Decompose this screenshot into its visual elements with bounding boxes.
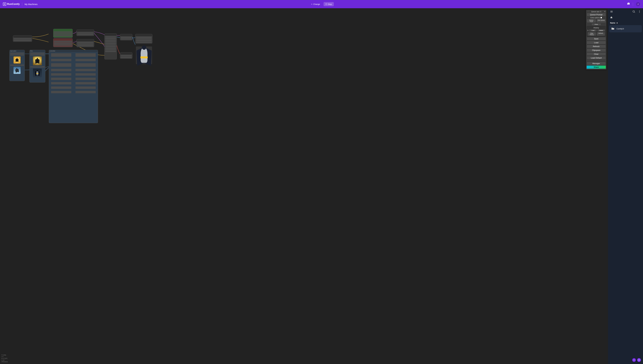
name-column-header[interactable]: Name <box>608 20 643 25</box>
node-title: IPad. <box>30 50 45 52</box>
cn-slot-l3[interactable] <box>51 69 71 71</box>
node-title <box>76 30 94 32</box>
more-icon[interactable] <box>638 10 641 14</box>
history-box: History 0: Load Delete Clear History Ref… <box>587 26 606 36</box>
main-area: Input option IPad. <box>0 8 643 364</box>
svg-point-2 <box>639 12 640 13</box>
cn-slot-l2[interactable] <box>51 63 71 67</box>
node-negative-prompt[interactable] <box>53 38 73 47</box>
graph-canvas[interactable]: Input option IPad. <box>0 8 608 364</box>
refresh-button[interactable]: Refresh <box>587 45 606 48</box>
hud-i: I: 0 <box>2 356 8 358</box>
cn-slot-r5[interactable] <box>76 78 96 80</box>
divider <box>22 2 22 6</box>
file-panel: Name ComfyUI <box>608 8 643 364</box>
history-delete-button[interactable]: Delete <box>597 29 605 32</box>
fab-row <box>632 358 641 362</box>
gear-icon[interactable]: ⚙ <box>604 11 606 12</box>
clear-history-button[interactable]: Clear History <box>588 32 596 36</box>
plus-icon: + <box>311 3 312 5</box>
image-thumb-2[interactable] <box>14 67 20 74</box>
fab-close-button[interactable] <box>637 358 641 362</box>
queue-prompt-button[interactable]: Queue Prompt <box>587 13 606 16</box>
cn-slot-r6[interactable] <box>76 82 96 84</box>
cn-slot-l4[interactable] <box>51 73 71 76</box>
node-empty-latent[interactable] <box>120 52 132 59</box>
cn-slot-r8[interactable] <box>76 91 96 93</box>
node-input-option[interactable]: Input option <box>10 50 25 81</box>
stop-icon <box>326 4 327 5</box>
node-ipad[interactable]: IPad. <box>30 50 45 82</box>
clear-button[interactable]: Clear <box>587 52 606 56</box>
logo-badge: R <box>3 2 6 6</box>
cn-slot-l1[interactable] <box>51 59 71 61</box>
manager-button[interactable]: Manager <box>587 62 606 65</box>
cn-slot-l8[interactable] <box>51 91 71 93</box>
home-button[interactable] <box>608 16 643 20</box>
history-load-button[interactable]: Load <box>589 29 597 32</box>
cn-slot-r3[interactable] <box>76 69 96 71</box>
node-ksampler[interactable] <box>104 34 117 60</box>
hud-t: T: 0.00s <box>2 354 8 356</box>
node-vae-decode[interactable] <box>120 34 132 40</box>
close-button[interactable]: Close <box>592 23 601 26</box>
folder-icon <box>611 27 614 30</box>
node-preview-image[interactable] <box>135 34 152 44</box>
user-avatar[interactable]: J <box>636 2 640 6</box>
node-clip-1[interactable] <box>76 30 94 36</box>
stop-button[interactable]: Stop <box>324 2 334 6</box>
extra-options-label: Extra options <box>590 17 600 18</box>
search-icon[interactable] <box>632 10 635 14</box>
hero-illustration <box>136 45 152 66</box>
node-title <box>54 29 72 31</box>
load-button[interactable]: Load <box>587 41 606 44</box>
fab-refresh-button[interactable] <box>632 358 636 362</box>
brand-name: RunComfy <box>7 3 20 6</box>
node-title <box>13 36 32 38</box>
extra-options-checkbox[interactable] <box>600 17 602 18</box>
file-panel-toolbar <box>608 8 643 16</box>
sort-asc-icon <box>616 22 618 24</box>
file-item-comfyui[interactable]: ComfyUI <box>609 25 642 32</box>
history-label: History <box>588 27 605 29</box>
refresh-history-button[interactable]: Refresh <box>596 32 605 36</box>
extra-options-toggle[interactable]: Extra options <box>587 17 606 18</box>
header-center: + Change Stop <box>309 2 334 6</box>
save-button[interactable]: Save <box>587 37 606 40</box>
node-clip-2[interactable] <box>76 39 94 47</box>
discord-icon[interactable] <box>627 2 630 6</box>
cn-slot-r1[interactable] <box>76 59 96 61</box>
cn-slot-r2[interactable] <box>76 63 96 67</box>
change-button[interactable]: + Change <box>309 2 322 6</box>
node-title <box>120 52 132 54</box>
load-default-button[interactable]: Load Default <box>587 56 606 60</box>
image-thumb-3[interactable] <box>33 56 42 65</box>
node-positive-prompt[interactable] <box>53 29 73 38</box>
app-header: R RunComfy My Machines + Change Stop J <box>0 0 643 8</box>
node-load-checkpoint[interactable] <box>13 36 32 42</box>
cn-slot-r0[interactable] <box>76 53 96 57</box>
hud-n: N: 17 [17] <box>2 358 8 360</box>
cn-slot-r4[interactable] <box>76 73 96 76</box>
output-image[interactable] <box>136 46 152 64</box>
brand-logo[interactable]: R RunComfy <box>3 2 20 6</box>
node-controlnet-group[interactable]: ControlNet <box>49 50 98 123</box>
cn-slot-r7[interactable] <box>76 86 96 89</box>
my-machines-link[interactable]: My Machines <box>24 3 38 6</box>
svg-point-0 <box>639 10 640 11</box>
view-queue-button[interactable]: View Queue <box>596 19 606 23</box>
image-thumb-4[interactable] <box>33 68 42 77</box>
cn-slot-l0[interactable] <box>51 53 71 57</box>
image-thumb-1[interactable] <box>14 56 20 64</box>
cn-slot-l5[interactable] <box>51 78 71 80</box>
queue-front-button[interactable]: Queue Front <box>587 19 596 23</box>
queue-size-label: Queue size: 0 <box>587 11 606 12</box>
cn-slot-l7[interactable] <box>51 86 71 89</box>
file-item-label: ComfyUI <box>616 28 624 30</box>
share-button[interactable]: Share <box>587 66 606 69</box>
cn-slot-l6[interactable] <box>51 82 71 84</box>
control-panel[interactable]: ⋮⋮ ⚙ Queue size: 0 Queue Prompt Extra op… <box>586 10 606 70</box>
menu-icon[interactable] <box>610 10 613 14</box>
drag-handle-icon[interactable]: ⋮⋮ <box>587 10 589 12</box>
clipspace-button[interactable]: Clipspace <box>587 48 606 52</box>
